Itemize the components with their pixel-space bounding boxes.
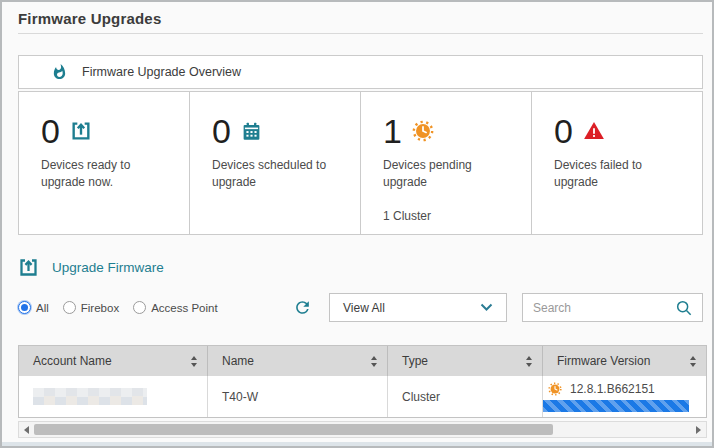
refresh-button[interactable] xyxy=(293,298,312,317)
page-title: Firmware Upgrades xyxy=(18,10,703,27)
column-header-type[interactable]: Type xyxy=(388,346,543,376)
search-input[interactable] xyxy=(533,301,670,315)
stat-scheduled-to-upgrade: 0 Devices s xyxy=(190,92,361,234)
overview-stats-card: 0 Devices ready to upgrade now. 0 xyxy=(18,91,703,235)
column-header-firmware-version[interactable]: Firmware Version xyxy=(543,346,706,376)
stat-value: 1 xyxy=(383,114,402,148)
view-all-dropdown[interactable]: View All xyxy=(329,293,507,322)
upgrade-firmware-button[interactable]: Upgrade Firmware xyxy=(18,257,703,278)
warning-icon xyxy=(583,120,605,142)
radio-firebox-control[interactable] xyxy=(63,301,76,314)
radio-all[interactable]: All xyxy=(18,301,49,314)
overview-header-label: Firmware Upgrade Overview xyxy=(82,65,241,79)
stat-failed-to-upgrade: 0 Devices failed to upgrade xyxy=(532,92,702,234)
account-name-redacted xyxy=(33,388,147,405)
stat-label: Devices pending upgrade xyxy=(383,157,517,192)
column-header-name[interactable]: Name xyxy=(208,346,388,376)
stat-ready-to-upgrade: 0 Devices ready to upgrade now. xyxy=(19,92,190,234)
search-box xyxy=(522,293,703,322)
firmware-upgrades-page: Firmware Upgrades Firmware Upgrade Overv… xyxy=(0,0,714,448)
upgrade-progress-bar xyxy=(543,400,689,412)
stat-value: 0 xyxy=(41,114,60,148)
upgrade-firmware-label: Upgrade Firmware xyxy=(52,260,164,275)
cell-type: Cluster xyxy=(388,376,543,417)
stat-label: Devices ready to upgrade now. xyxy=(41,157,175,192)
overview-header-card: Firmware Upgrade Overview xyxy=(18,55,703,89)
search-icon[interactable] xyxy=(676,300,692,316)
horizontal-scrollbar[interactable] xyxy=(18,421,707,438)
upload-icon xyxy=(70,120,92,142)
radio-firebox-label: Firebox xyxy=(81,302,119,314)
flame-icon xyxy=(51,62,68,82)
title-divider xyxy=(18,33,703,34)
cell-account-name xyxy=(19,376,208,417)
pending-clock-icon xyxy=(548,382,562,396)
table-header-row: Account Name Name Type Firmware Version xyxy=(19,346,706,376)
pending-clock-icon xyxy=(412,120,434,142)
chevron-down-icon xyxy=(480,303,493,312)
sort-icon[interactable] xyxy=(191,356,197,367)
radio-all-label: All xyxy=(36,302,49,314)
radio-access-point-label: Access Point xyxy=(151,302,217,314)
sort-icon[interactable] xyxy=(690,356,696,367)
radio-all-control[interactable] xyxy=(18,301,31,314)
upload-icon xyxy=(18,257,39,278)
stat-label: Devices failed to upgrade xyxy=(554,157,688,192)
view-all-dropdown-value: View All xyxy=(343,301,385,315)
stat-label: Devices scheduled to upgrade xyxy=(212,157,346,192)
cell-name: T40-W xyxy=(208,376,388,417)
calendar-icon xyxy=(241,121,262,142)
radio-access-point-control[interactable] xyxy=(133,301,146,314)
scrollbar-track[interactable] xyxy=(34,424,691,435)
stat-value: 0 xyxy=(212,114,231,148)
scroll-right-arrow[interactable] xyxy=(696,426,701,434)
firmware-version-text: 12.8.1.B662151 xyxy=(570,382,655,396)
table-row[interactable]: T40-W Cluster 12.8.1.B662151 xyxy=(19,376,706,417)
devices-table: Account Name Name Type Firmware Version xyxy=(18,345,707,418)
stat-sub-label: 1 Cluster xyxy=(383,209,517,223)
sort-icon[interactable] xyxy=(526,356,532,367)
radio-access-point[interactable]: Access Point xyxy=(133,301,217,314)
stat-value: 0 xyxy=(554,114,573,148)
scrollbar-thumb[interactable] xyxy=(34,424,553,435)
column-header-account-name[interactable]: Account Name xyxy=(19,346,208,376)
controls-row: All Firebox Access Point View All xyxy=(18,293,703,322)
radio-firebox[interactable]: Firebox xyxy=(63,301,119,314)
scroll-left-arrow[interactable] xyxy=(24,426,29,434)
stat-pending-upgrade: 1 Devices pending upgrade 1 Cluster xyxy=(361,92,532,234)
window-bottom-edge xyxy=(2,442,712,446)
sort-icon[interactable] xyxy=(371,356,377,367)
cell-firmware-version: 12.8.1.B662151 xyxy=(543,376,706,417)
device-type-radio-group: All Firebox Access Point xyxy=(18,301,218,314)
